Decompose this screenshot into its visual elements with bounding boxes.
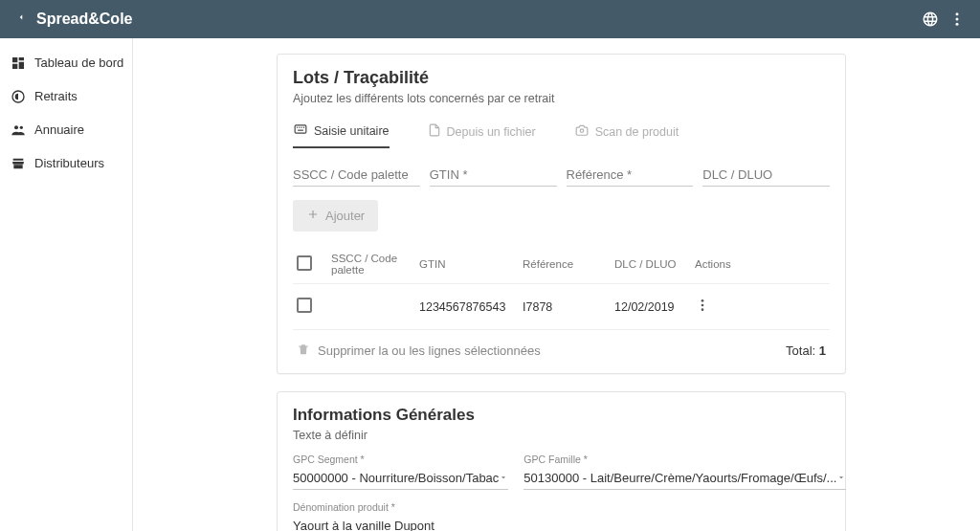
gtin-input[interactable]: [430, 162, 557, 187]
tab-scan-produit[interactable]: Scan de produit: [574, 122, 679, 148]
plus-icon: [306, 208, 320, 224]
svg-point-14: [702, 304, 704, 307]
svg-rect-9: [301, 127, 302, 128]
chevron-down-icon: [499, 471, 508, 485]
table-footer: Supprimer la ou les lignes sélectionnées…: [293, 329, 830, 373]
info-title: Informations Générales: [293, 406, 830, 425]
ref-input[interactable]: [567, 162, 694, 187]
gpc-famille-label: GPC Famille *: [523, 454, 846, 465]
sscc-input[interactable]: [293, 162, 420, 187]
add-label: Ajouter: [325, 209, 365, 223]
gpc-famille-select[interactable]: 50130000 - Lait/Beurre/Crème/Yaourts/Fro…: [523, 467, 846, 490]
svg-point-13: [702, 299, 704, 302]
svg-point-0: [956, 12, 959, 15]
dashboard-icon: [8, 55, 29, 71]
cell-gtin: 1234567876543: [419, 300, 523, 314]
tab-depuis-fichier[interactable]: Depuis un fichier: [428, 122, 536, 148]
col-gtin: GTIN: [419, 258, 523, 270]
table-header: SSCC / Code palette GTIN Référence DLC /…: [293, 245, 830, 283]
sidebar-item-dashboard[interactable]: Tableau de bord: [0, 46, 132, 79]
svg-point-1: [956, 18, 959, 21]
svg-rect-6: [295, 125, 306, 133]
sidebar-item-annuaire[interactable]: Annuaire: [0, 113, 132, 146]
row-checkbox[interactable]: [297, 298, 312, 313]
denomination-input[interactable]: [293, 515, 830, 531]
sidebar: Tableau de bord Retraits Annuaire Distri…: [0, 38, 133, 531]
informations-card: Informations Générales Texte à définir G…: [277, 391, 846, 531]
keyboard-icon: [293, 122, 308, 139]
gpc-segment-select[interactable]: 50000000 - Nourriture/Boisson/Tabac: [293, 467, 508, 490]
dlc-field: [702, 162, 830, 187]
info-subtitle: Texte à définir: [293, 429, 830, 442]
lots-tabs: Saisie unitaire Depuis un fichier Scan d…: [293, 122, 830, 148]
svg-rect-10: [303, 127, 304, 128]
svg-point-5: [20, 125, 23, 128]
globe-icon[interactable]: [917, 6, 944, 33]
topbar: Spread&Cole: [0, 0, 980, 38]
delete-label: Supprimer la ou les lignes sélectionnées: [318, 343, 541, 358]
tab-label: Saisie unitaire: [314, 124, 390, 138]
svg-point-4: [14, 125, 18, 129]
lots-table: SSCC / Code palette GTIN Référence DLC /…: [293, 245, 830, 373]
back-button[interactable]: [10, 10, 33, 29]
svg-point-12: [580, 129, 584, 133]
cell-ref: I7878: [523, 300, 614, 314]
select-all-checkbox[interactable]: [297, 255, 312, 271]
svg-rect-7: [297, 127, 298, 128]
total-value: 1: [819, 343, 826, 358]
table-row: 1234567876543 I7878 12/02/2019: [293, 283, 830, 329]
cell-dlc: 12/02/2019: [614, 300, 695, 314]
sidebar-item-label: Annuaire: [34, 122, 84, 137]
total: Total: 1: [786, 343, 826, 358]
gpc-famille-field: GPC Famille * 50130000 - Lait/Beurre/Crè…: [523, 454, 846, 490]
svg-point-15: [702, 308, 704, 311]
dlc-input[interactable]: [702, 162, 830, 187]
trash-icon: [297, 342, 310, 360]
tab-label: Depuis un fichier: [447, 125, 536, 139]
row-actions-button[interactable]: [695, 302, 710, 316]
camera-icon: [574, 123, 590, 140]
tab-label: Scan de produit: [595, 125, 679, 139]
more-icon[interactable]: [944, 6, 970, 33]
main: Lots / Traçabilité Ajoutez les différent…: [133, 38, 980, 531]
svg-rect-8: [299, 127, 300, 128]
file-icon: [428, 123, 441, 140]
withdraw-icon: [8, 89, 29, 104]
gtin-field: [430, 162, 557, 187]
chevron-down-icon: [836, 471, 846, 485]
col-dlc: DLC / DLUO: [614, 258, 695, 270]
store-icon: [8, 156, 29, 171]
tab-saisie-unitaire[interactable]: Saisie unitaire: [293, 122, 390, 148]
col-ref: Référence: [523, 258, 614, 270]
lot-input-row: [293, 162, 830, 187]
svg-point-2: [956, 23, 959, 26]
people-icon: [8, 122, 29, 138]
sidebar-item-distributeurs[interactable]: Distributeurs: [0, 146, 132, 180]
gpc-segment-label: GPC Segment *: [293, 454, 508, 465]
lots-title: Lots / Traçabilité: [293, 68, 830, 88]
sidebar-item-label: Retraits: [34, 89, 78, 103]
sidebar-item-retraits[interactable]: Retraits: [0, 79, 132, 113]
gpc-segment-field: GPC Segment * 50000000 - Nourriture/Bois…: [293, 454, 508, 490]
svg-rect-11: [298, 130, 303, 131]
lots-card: Lots / Traçabilité Ajoutez les différent…: [277, 54, 846, 374]
ref-field: [567, 162, 694, 187]
denomination-label: Dénomination produit *: [293, 501, 830, 513]
total-label: Total:: [786, 343, 815, 358]
sidebar-item-label: Distributeurs: [34, 156, 104, 170]
col-actions: Actions: [695, 258, 741, 270]
gpc-famille-value: 50130000 - Lait/Beurre/Crème/Yaourts/Fro…: [523, 471, 836, 485]
lots-subtitle: Ajoutez les différents lots concernés pa…: [293, 92, 830, 105]
gpc-segment-value: 50000000 - Nourriture/Boisson/Tabac: [293, 471, 499, 485]
add-button[interactable]: Ajouter: [293, 200, 378, 232]
app-title: Spread&Cole: [36, 11, 132, 28]
col-sscc: SSCC / Code palette: [331, 253, 419, 276]
sidebar-item-label: Tableau de bord: [34, 55, 123, 70]
sscc-field: [293, 162, 420, 187]
denomination-field: Dénomination produit *: [293, 501, 830, 531]
delete-selected-button[interactable]: Supprimer la ou les lignes sélectionnées: [297, 342, 541, 360]
